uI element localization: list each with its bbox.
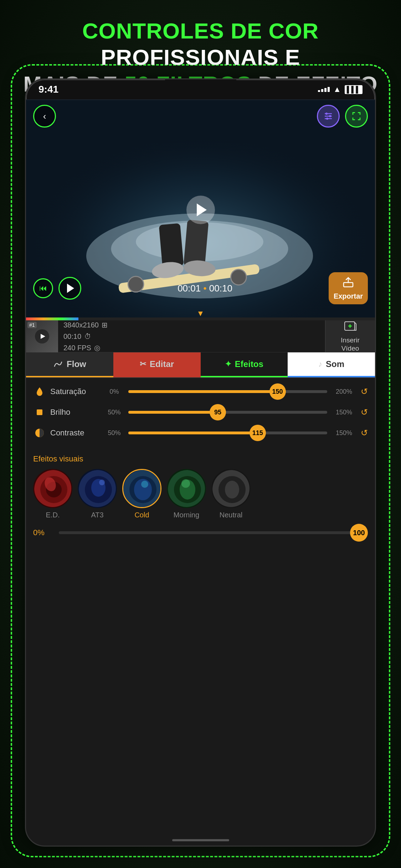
effect-name-ed: E.D. <box>46 511 60 519</box>
effects-section: Efeitos visuais E.D. <box>26 451 375 523</box>
brightness-reset-icon[interactable]: ↺ <box>361 407 368 417</box>
home-indicator <box>172 839 229 841</box>
resolution-text: 3840x2160 <box>63 319 99 331</box>
resolution-icon: ⊞ <box>102 319 108 331</box>
effect-thumb-cold <box>122 469 161 508</box>
contrast-row: Contraste 50% 115 150% ↺ <box>33 427 368 439</box>
svg-rect-18 <box>344 283 353 287</box>
saturation-thumb[interactable]: 150 <box>269 383 286 400</box>
video-metadata: 3840x2160 ⊞ 00:10 ⏱ 240 FPS ◎ <box>58 316 325 356</box>
effect-item-ed[interactable]: E.D. <box>33 469 72 519</box>
contrast-max: 150% <box>331 429 356 437</box>
effect-intensity-thumb[interactable]: 100 <box>350 524 368 542</box>
effect-intensity-track[interactable]: 100 <box>59 531 368 534</box>
svg-point-15 <box>325 113 328 115</box>
back-button[interactable]: ‹ <box>33 105 56 128</box>
effects-row: E.D. AT3 <box>33 469 368 519</box>
insert-video-button[interactable]: InserirVídeo <box>325 320 375 352</box>
effect-name-cold: Cold <box>134 511 149 519</box>
saturation-reset-icon[interactable]: ↺ <box>361 387 368 397</box>
tab-effects-label: Efeitos <box>235 359 263 369</box>
svg-point-44 <box>225 481 239 498</box>
effect-item-at3[interactable]: AT3 <box>78 469 117 519</box>
video-info-bar: #1 3840x2160 ⊞ 00:10 ⏱ 240 FPS ◎ <box>26 320 375 352</box>
tab-edit[interactable]: ✂ Editar <box>113 352 201 377</box>
export-label: Exportar <box>334 292 363 300</box>
brightness-row: Brilho 50% 95 150% ↺ <box>33 406 368 419</box>
tab-sound-label: Som <box>326 359 344 369</box>
saturation-track[interactable]: 150 <box>128 390 327 393</box>
brightness-max: 150% <box>331 409 356 416</box>
video-thumbnail[interactable]: #1 <box>26 320 58 352</box>
brightness-thumb[interactable]: 95 <box>210 404 226 420</box>
effect-intensity-row: 0% 100 <box>26 523 375 543</box>
contrast-min: 50% <box>104 429 124 437</box>
effect-thumb-neutral <box>211 469 251 508</box>
effect-intensity-left: 0% <box>33 528 55 537</box>
contrast-reset-icon[interactable]: ↺ <box>361 428 368 438</box>
video-area[interactable]: ‹ <box>26 99 375 320</box>
insert-video-icon <box>344 320 357 335</box>
tab-flow-label: Flow <box>67 359 86 369</box>
effect-name-morning: Morning <box>174 511 199 519</box>
tabs-row: Flow ✂ Editar ✦ Efeitos ♪ Som <box>26 352 375 378</box>
rewind-button[interactable]: ⏮ <box>33 278 53 298</box>
effect-name-at3: AT3 <box>91 511 103 519</box>
time-display: 00:01 • 00:10 <box>87 283 323 294</box>
contrast-track[interactable]: 115 <box>128 432 327 434</box>
time-separator: • <box>203 283 209 294</box>
sound-icon: ♪ <box>318 360 322 369</box>
effects-section-label: Efeitos visuais <box>33 454 368 464</box>
contrast-fill <box>128 432 258 434</box>
lower-panel: #1 3840x2160 ⊞ 00:10 ⏱ 240 FPS ◎ <box>26 320 375 846</box>
phone-frame: 9:41 ▲ ▌▌▌ <box>25 78 376 847</box>
status-icons: ▲ ▌▌▌ <box>318 85 363 94</box>
svg-rect-9 <box>184 219 209 267</box>
svg-rect-24 <box>37 409 42 415</box>
sliders-area: Saturação 0% 150 200% ↺ Brilho 50% <box>26 378 375 451</box>
export-button[interactable]: Exportar <box>329 272 368 304</box>
video-top-controls: ‹ <box>26 105 375 128</box>
duration-icon: ⏱ <box>84 331 91 342</box>
contrast-thumb[interactable]: 115 <box>250 425 266 441</box>
svg-point-17 <box>326 118 328 120</box>
tab-edit-label: Editar <box>150 359 174 369</box>
brightness-min: 50% <box>104 409 124 416</box>
contrast-label: Contraste <box>50 428 100 438</box>
adjust-button[interactable] <box>317 105 340 128</box>
battery-icon: ▌▌▌ <box>345 85 363 94</box>
current-time: 00:01 <box>178 283 201 294</box>
fps-icon: ◎ <box>94 342 100 353</box>
brightness-fill <box>128 411 218 414</box>
svg-rect-8 <box>159 223 184 267</box>
header-line1-green: Controles de cor <box>82 19 319 43</box>
play-button[interactable] <box>58 277 81 300</box>
effect-thumb-ed <box>33 469 72 508</box>
svg-point-33 <box>99 480 105 485</box>
effect-thumb-morning <box>167 469 206 508</box>
saturation-max: 200% <box>331 388 356 396</box>
duration-text: 00:10 <box>63 331 81 342</box>
brightness-track[interactable]: 95 <box>128 411 327 414</box>
saturation-min: 0% <box>104 388 124 396</box>
notch <box>165 79 236 92</box>
saturation-fill <box>128 390 278 393</box>
contrast-icon <box>33 427 46 439</box>
brightness-label: Brilho <box>50 408 100 417</box>
effect-item-neutral[interactable]: Neutral <box>211 469 251 519</box>
effect-item-cold[interactable]: Cold <box>122 469 161 519</box>
wifi-icon: ▲ <box>333 85 341 94</box>
svg-point-16 <box>329 115 331 117</box>
tab-effects[interactable]: ✦ Efeitos <box>201 352 288 377</box>
tab-sound[interactable]: ♪ Som <box>288 352 375 377</box>
fullscreen-button[interactable] <box>345 105 368 128</box>
status-time: 9:41 <box>38 84 58 95</box>
brightness-icon <box>33 406 46 419</box>
insert-video-label: InserirVídeo <box>341 336 360 353</box>
saturation-label: Saturação <box>50 387 100 396</box>
effect-item-morning[interactable]: Morning <box>167 469 206 519</box>
play-center-button[interactable] <box>186 196 215 224</box>
header-line1-white: profissionais e <box>101 45 300 69</box>
effects-icon: ✦ <box>225 360 231 369</box>
tab-flow[interactable]: Flow <box>26 352 113 377</box>
